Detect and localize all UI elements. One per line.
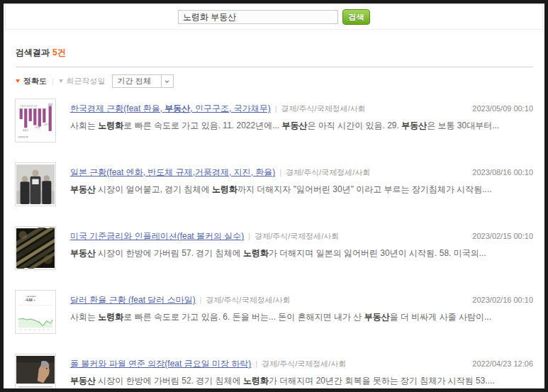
result-description: 사회는 노령화로 빠른 속도로 가고 있음. 11. 2022년에... 부동산… xyxy=(70,120,533,131)
period-select[interactable]: 기간 전체 xyxy=(112,74,174,88)
sort-arrow-icon xyxy=(59,79,63,83)
result-title-link[interactable]: 한국경제 근황(feat 환율, 부동산, 인구구조, 국가채무) xyxy=(70,103,271,113)
title-category-separator: | xyxy=(275,104,277,113)
sort-separator: | xyxy=(52,77,54,85)
result-description: 사회는 노령화로 빠른 속도로 가고 있음. 6. 돈을 버는... 돈이 흔해… xyxy=(70,311,533,323)
result-description: 부동산 시장이 얼어붙고, 경기 침체에 노령화까지 더해지자 "잃어버린 30… xyxy=(70,184,533,195)
result-content: 미국 기준금리와 인플레이션(feat 볼커의 실수)|경제/주식/국제정세/사… xyxy=(70,226,533,270)
svg-text:■■ ■■■■ :: ■■ ■■■■ : xyxy=(27,295,37,298)
svg-text:7 8 9 10 11 12: 7 8 9 10 11 12 xyxy=(20,104,38,108)
result-thumbnail-group-photo[interactable] xyxy=(15,162,56,206)
result-title-row: 미국 기준금리와 인플레이션(feat 볼커의 실수)|경제/주식/국제정세/사… xyxy=(70,231,533,241)
result-item: ■■ ■■■■ : -4.09 ▼ 달러 환율 근황 (feat 달러 스마일)… xyxy=(4,290,544,334)
result-category-link[interactable]: 경제/주식/국제정세/사회 xyxy=(286,168,370,177)
result-item: 7 8 9 10 11 12 202 -64.2 -70.8 -47.7 ■■■… xyxy=(4,99,544,142)
result-content: 일본 근황(feat 엔화, 반도체 규제,거품경제, 지진, 환율)|경제/주… xyxy=(70,162,533,206)
result-title-link[interactable]: 일본 근황(feat 엔화, 반도체 규제,거품경제, 지진, 환율) xyxy=(70,167,275,177)
result-thumbnail-portrait-photo[interactable] xyxy=(15,354,56,388)
result-date: 2023/08/16 00:10 xyxy=(472,168,533,177)
result-title-row: 일본 근황(feat 엔화, 반도체 규제,거품경제, 지진, 환율)|경제/주… xyxy=(70,167,533,177)
results-list: 7 8 9 10 11 12 202 -64.2 -70.8 -47.7 ■■■… xyxy=(4,99,544,388)
search-button[interactable]: 검색 xyxy=(342,9,370,25)
svg-text:-70.8: -70.8 xyxy=(34,126,40,129)
result-content: 달러 환율 근황 (feat 달러 스마일)|경제/주식/국제정세/사회 202… xyxy=(70,290,533,334)
sort-bar: 정확도 | 최근작성일 기간 전체 xyxy=(16,74,544,88)
result-category-link[interactable]: 경제/주식/국제정세/사회 xyxy=(281,104,366,113)
result-description: 부동산 시장이 한방에 가버림 52. 경기 침체에 노령화가 더해지며 20년… xyxy=(70,375,533,386)
title-category-separator: | xyxy=(255,359,257,368)
sort-recent-link[interactable]: 최근작성일 xyxy=(59,76,106,86)
chevron-down-icon xyxy=(164,80,169,83)
title-category-separator: | xyxy=(248,232,250,240)
title-category-separator: | xyxy=(200,296,202,304)
sort-recent-label: 최근작성일 xyxy=(67,76,106,86)
result-title-row: 한국경제 근황(feat 환율, 부동산, 인구구조, 국가채무)|경제/주식/… xyxy=(70,103,533,113)
result-date: 2023/05/09 00:10 xyxy=(472,104,533,113)
sort-accuracy-link[interactable]: 정확도 xyxy=(16,76,47,86)
result-content: 폴 볼커와 파월 연준 의장(feat 금요일 미장 하락)|경제/주식/국제정… xyxy=(70,354,533,388)
result-date: 2023/02/16 00:10 xyxy=(472,296,533,304)
result-title-link[interactable]: 달러 환율 근황 (feat 달러 스마일) xyxy=(70,295,196,305)
svg-text:-4.09: -4.09 xyxy=(25,298,33,302)
result-description: 부동산 시장이 한방에 가버림 57. 경기 침체에 노령화가 더해지며 일본의… xyxy=(70,247,533,259)
svg-text:-47.7: -47.7 xyxy=(43,123,49,126)
svg-text:-64.2: -64.2 xyxy=(22,129,28,132)
result-item: 미국 기준금리와 인플레이션(feat 볼커의 실수)|경제/주식/국제정세/사… xyxy=(4,226,544,270)
result-content: 한국경제 근황(feat 환율, 부동산, 인구구조, 국가채무)|경제/주식/… xyxy=(70,99,533,142)
header-divider xyxy=(16,67,533,67)
svg-text:202: 202 xyxy=(48,103,53,106)
search-section: 검색 xyxy=(5,4,543,30)
svg-text:▼: ▼ xyxy=(33,299,35,302)
results-count: 5건 xyxy=(52,47,66,57)
result-item: 일본 근황(feat 엔화, 반도체 규제,거품경제, 지진, 환율)|경제/주… xyxy=(4,162,544,206)
results-header-label: 검색결과 xyxy=(16,47,50,57)
result-title-link[interactable]: 미국 기준금리와 인플레이션(feat 볼커의 실수) xyxy=(70,231,244,241)
sort-arrow-icon xyxy=(16,79,20,83)
search-input[interactable] xyxy=(178,10,338,24)
sort-accuracy-label: 정확도 xyxy=(23,76,47,86)
result-thumbnail-bar-chart[interactable]: 7 8 9 10 11 12 202 -64.2 -70.8 -47.7 ■■■… xyxy=(15,99,56,142)
result-date: 2023/02/15 00:10 xyxy=(472,232,533,240)
result-category-link[interactable]: 경제/주식/국제정세/사회 xyxy=(206,296,291,304)
result-category-link[interactable]: 경제/주식/국제정세/사회 xyxy=(262,359,346,368)
result-thumbnail-money-dark[interactable] xyxy=(15,226,56,270)
result-item: 폴 볼커와 파월 연준 의장(feat 금요일 미장 하락)|경제/주식/국제정… xyxy=(4,354,544,388)
result-date: 2022/04/23 12:06 xyxy=(472,359,533,368)
results-header: 검색결과5건 xyxy=(16,47,544,59)
page-frame: 검색 검색결과5건 정확도 | 최근작성일 기간 전체 xyxy=(0,0,548,392)
result-category-link[interactable]: 경제/주식/국제정세/사회 xyxy=(255,232,339,240)
result-thumbnail-line-chart[interactable]: ■■ ■■■■ : -4.09 ▼ xyxy=(15,290,56,334)
result-title-row: 폴 볼커와 파월 연준 의장(feat 금요일 미장 하락)|경제/주식/국제정… xyxy=(70,359,533,369)
title-category-separator: | xyxy=(279,168,281,177)
result-title-row: 달러 환율 근황 (feat 달러 스마일)|경제/주식/국제정세/사회 xyxy=(70,295,533,305)
period-select-value: 기간 전체 xyxy=(113,76,161,86)
select-arrow-cell xyxy=(161,75,173,87)
search-results-page: 검색 검색결과5건 정확도 | 최근작성일 기간 전체 xyxy=(4,4,544,388)
svg-text:■■■■■ ■■: ■■■■■ ■■ xyxy=(18,135,28,138)
result-title-link[interactable]: 폴 볼커와 파월 연준 의장(feat 금요일 미장 하락) xyxy=(70,359,251,369)
